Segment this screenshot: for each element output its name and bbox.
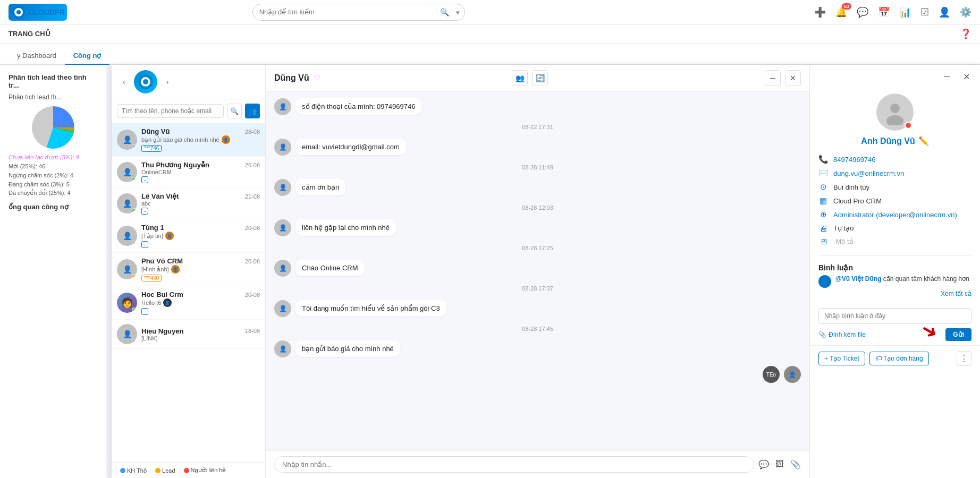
- contact-item[interactable]: 👤 Phú Võ CRM 20-08 [Hình ảnh] 👤 ***460: [112, 253, 265, 286]
- field3-value[interactable]: Administrator (developer@onlinecrm.vn): [833, 211, 957, 219]
- right-panel-avatar: [876, 93, 914, 131]
- contact-item[interactable]: 👤 Tùng 1 20-08 [Tập tin] 👤 -: [112, 219, 265, 253]
- contact-search-input[interactable]: [117, 104, 224, 118]
- checkbox-icon[interactable]: ☑: [920, 6, 929, 18]
- edit-icon[interactable]: ✏️: [918, 136, 929, 146]
- prev-arrow[interactable]: ‹: [117, 75, 131, 89]
- more-actions-button[interactable]: ⋮: [957, 351, 971, 366]
- refresh-button[interactable]: 🔄: [532, 70, 548, 86]
- comment-section: Bình luận 👤 @Vũ Việt Dũng cần quan tâm k…: [810, 259, 980, 302]
- message-input[interactable]: [274, 456, 754, 473]
- avatar: 🧑: [117, 293, 137, 313]
- contact-date: 28-08: [245, 129, 260, 135]
- msg-avatar: 👤: [274, 98, 291, 115]
- comment-input[interactable]: [818, 308, 971, 324]
- msg-avatar: 👤: [274, 219, 291, 236]
- tab-bar: y Dashboard Công nợ: [0, 44, 980, 65]
- left-panel: Phân tích lead theo tình tr... Phân tích…: [0, 65, 106, 478]
- comment-user: @Vũ Việt Dũng: [835, 275, 881, 283]
- search-input[interactable]: [252, 4, 465, 21]
- add-icon[interactable]: ➕: [814, 6, 826, 18]
- contact-name: Phú Võ CRM: [141, 257, 183, 265]
- left-panel-title: Phân tích lead theo tình tr...: [9, 73, 98, 89]
- contact-item[interactable]: 👤 Thu Phương Nguyễn 26-08 OnlineCRM -: [112, 157, 265, 188]
- close-right-button[interactable]: ✕: [959, 69, 974, 84]
- legend-label-kh: KH Thô: [127, 467, 147, 474]
- contact-info: Tùng 1 20-08 [Tập tin] 👤 -: [141, 224, 260, 248]
- create-ticket-button[interactable]: + Tạo Ticket: [818, 352, 865, 365]
- brand-logo-small: [134, 70, 157, 93]
- contact-item[interactable]: 👤 Hieu Nguyen 18-08 [LINK]: [112, 320, 265, 349]
- contact-badge: -: [141, 308, 148, 315]
- main-content: Phân tích lead theo tình tr... Phân tích…: [0, 65, 980, 478]
- right-panel-user-section: Anh Dũng Vũ ✏️: [810, 88, 980, 155]
- contact-item[interactable]: 👤 Dũng Vũ 28-08 bạn gửi báo giá cho mình…: [112, 123, 265, 157]
- contact-badge: ***460: [141, 275, 162, 281]
- legend-label-lead: Lead: [162, 467, 175, 474]
- bell-icon[interactable]: 🔔 53: [835, 6, 847, 18]
- email-value[interactable]: dung.vu@onlinecrm.vn: [833, 169, 904, 177]
- contact-info: Dũng Vũ 28-08 bạn gửi báo giá cho mình n…: [141, 127, 260, 152]
- right-panel: ─ ✕ Anh Dũng Vũ ✏️: [810, 65, 980, 478]
- message-row: 👤 Tôi đang muốn tìm hiểu về sản phẩm gói…: [274, 300, 801, 317]
- msg-avatar: 👤: [274, 340, 291, 357]
- emoji-icon: 👤: [222, 135, 230, 144]
- status-dot: [132, 308, 137, 312]
- tab-dashboard[interactable]: y Dashboard: [9, 47, 65, 65]
- attach-file-button[interactable]: 📎 Đính kèm file: [818, 331, 866, 338]
- emoji-button[interactable]: 💬: [758, 459, 769, 470]
- avatar: 👤: [117, 130, 137, 150]
- email-row: ✉️ dung.vu@onlinecrm.vn: [818, 168, 971, 178]
- contact-info: Hieu Nguyen 18-08 [LINK]: [141, 327, 260, 342]
- phone-value[interactable]: 84974969746: [833, 156, 876, 164]
- group-button[interactable]: 👥: [245, 104, 260, 118]
- add-member-button[interactable]: 👥: [512, 70, 528, 86]
- create-order-button[interactable]: 🏷 Tạo đơn hàng: [869, 352, 929, 365]
- msg-avatar: 👤: [274, 179, 291, 196]
- comment-item: 👤 @Vũ Việt Dũng cần quan tâm khách hàng …: [818, 275, 971, 288]
- next-arrow[interactable]: ›: [160, 75, 174, 89]
- legend-kh-tho: KH Thô: [120, 467, 147, 474]
- see-all-link[interactable]: Xem tất cả: [818, 290, 971, 297]
- search-icon: 🔍: [440, 8, 449, 16]
- contact-badge: ***746: [141, 145, 162, 152]
- paperclip-icon: 📎: [818, 331, 826, 338]
- right-panel-info-list: 📞 84974969746 ✉️ dung.vu@onlinecrm.vn ⊙ …: [810, 155, 980, 252]
- message-row: 👤 Chào Online CRM: [274, 260, 801, 277]
- contact-date: 20-08: [245, 258, 260, 264]
- field5-row: 🖥 -Mô tả-: [818, 237, 971, 246]
- settings-icon[interactable]: ⚙️: [960, 6, 971, 18]
- contact-preview-text: OnlineCRM: [141, 169, 172, 175]
- minimize-button[interactable]: ─: [765, 70, 781, 86]
- chart-icon[interactable]: 📊: [899, 6, 911, 18]
- status-dot: [132, 241, 137, 245]
- minimize-right-button[interactable]: ─: [940, 69, 954, 84]
- field2-value: Cloud Pro CRM: [833, 197, 882, 205]
- user-icon[interactable]: 👤: [939, 6, 950, 18]
- image-button[interactable]: 🖼: [775, 459, 784, 470]
- calendar-icon[interactable]: 📅: [878, 6, 890, 18]
- notification-badge: 53: [842, 3, 851, 10]
- search-contact-button[interactable]: 🔍: [227, 104, 242, 118]
- sub-navbar: TRANG CHỦ ❓: [0, 24, 980, 44]
- avatar: 👤: [117, 162, 137, 182]
- avatar: 👤: [117, 193, 137, 214]
- contact-item[interactable]: 👤 Lê Văn Việt 21-08 abc -: [112, 188, 265, 219]
- send-comment-button[interactable]: Gửi: [945, 328, 971, 341]
- close-button[interactable]: ✕: [785, 70, 801, 86]
- msg-timestamp: 08-28 11:49: [274, 164, 801, 170]
- contact-item[interactable]: 🧑 Hoc Bui Crm 20-08 Hello t6 👤 -: [112, 286, 265, 320]
- help-icon[interactable]: ❓: [960, 28, 971, 40]
- stat-3: Đang chăm sóc (3%): 5: [9, 181, 98, 187]
- tab-congno[interactable]: Công nợ: [65, 47, 110, 65]
- contact-info: Phú Võ CRM 20-08 [Hình ảnh] 👤 ***460: [141, 257, 260, 281]
- legend-dot-lead: [155, 468, 160, 473]
- right-panel-header: ─ ✕: [810, 65, 980, 88]
- heart-icon: ♡: [314, 74, 320, 82]
- chat-header-actions: 👥 🔄 ─ ✕: [512, 70, 801, 86]
- attach-button[interactable]: 📎: [790, 459, 801, 470]
- chat-messages: 👤 số điện thoại của mình: 0974969746 08-…: [266, 92, 809, 450]
- legend-bar: KH Thô Lead Người liên hệ: [112, 462, 265, 478]
- message-icon[interactable]: 💬: [857, 6, 868, 18]
- message-row: 👤 số điện thoại của mình: 0974969746: [274, 98, 801, 115]
